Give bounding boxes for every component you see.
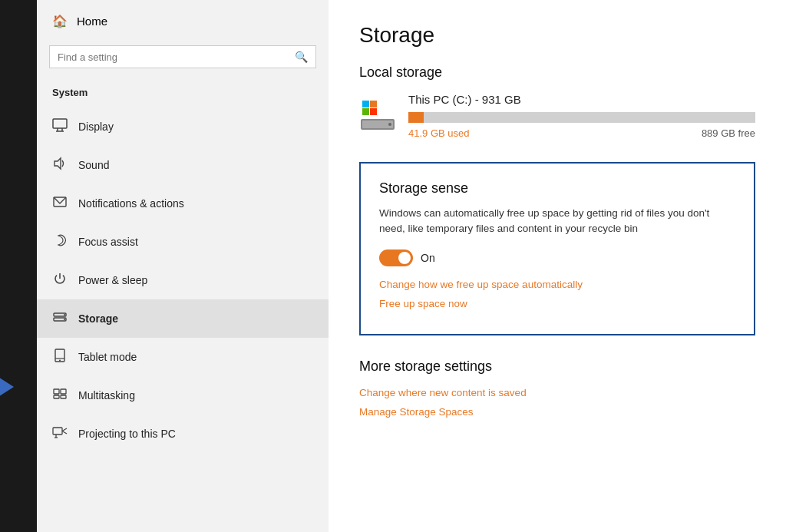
- main-content: Storage Local storage This PC (C:) - 931…: [329, 0, 786, 532]
- more-storage-title: More storage settings: [359, 359, 755, 375]
- search-icon: 🔍: [295, 51, 308, 63]
- sidebar-item-label-multitasking: Multitasking: [78, 389, 135, 401]
- search-input[interactable]: [58, 51, 295, 63]
- svg-marker-4: [54, 158, 61, 169]
- svg-rect-23: [370, 101, 377, 107]
- sidebar-item-power[interactable]: Power & sleep: [37, 261, 329, 299]
- sidebar-item-display[interactable]: Display: [37, 107, 329, 146]
- svg-rect-25: [370, 108, 377, 115]
- svg-point-8: [64, 314, 65, 316]
- toggle-label: On: [421, 252, 435, 264]
- power-icon: [52, 271, 68, 289]
- sidebar-item-label-notifications: Notifications & actions: [78, 197, 184, 210]
- sidebar-item-projecting[interactable]: Projecting to this PC: [37, 415, 329, 453]
- svg-point-12: [59, 360, 61, 362]
- drive-stats: 41.9 GB used 889 GB free: [408, 127, 755, 139]
- storage-icon: [52, 309, 68, 328]
- svg-rect-14: [61, 389, 66, 394]
- svg-rect-13: [54, 389, 59, 394]
- toggle-row: On: [379, 249, 735, 266]
- home-label: Home: [77, 15, 107, 28]
- drive-details: This PC (C:) - 931 GB 41.9 GB used 889 G…: [408, 93, 755, 139]
- svg-line-19: [62, 431, 67, 435]
- drive-icon: [359, 96, 396, 133]
- sidebar-item-notifications[interactable]: Notifications & actions: [37, 184, 329, 223]
- svg-rect-0: [53, 119, 67, 128]
- svg-point-28: [388, 123, 391, 126]
- sidebar-home-button[interactable]: 🏠 Home: [37, 0, 329, 42]
- storage-progress-fill: [408, 112, 424, 123]
- storage-progress-bar: [408, 112, 755, 123]
- left-nav-strip: [0, 0, 37, 532]
- svg-rect-16: [61, 395, 66, 398]
- svg-point-9: [64, 319, 65, 320]
- storage-sense-description: Windows can automatically free up space …: [379, 206, 735, 237]
- sound-icon: [52, 156, 68, 174]
- free-label: 889 GB free: [702, 127, 755, 139]
- sidebar-item-label-storage: Storage: [78, 312, 118, 325]
- sidebar-item-tablet[interactable]: Tablet mode: [37, 338, 329, 376]
- storage-arrow-indicator: [0, 376, 14, 398]
- more-storage-section: More storage settings Change where new c…: [359, 359, 755, 418]
- sidebar-section-title: System: [37, 81, 329, 107]
- svg-rect-15: [54, 395, 59, 398]
- multitasking-icon: [52, 386, 68, 405]
- sidebar-item-focus[interactable]: Focus assist: [37, 223, 329, 261]
- local-storage-title: Local storage: [359, 64, 755, 81]
- projecting-icon: [52, 425, 68, 443]
- sidebar-item-label-projecting: Projecting to this PC: [78, 428, 176, 440]
- toggle-knob: [398, 252, 411, 264]
- change-auto-link[interactable]: Change how we free up space automaticall…: [379, 279, 735, 290]
- svg-rect-24: [362, 108, 369, 115]
- sidebar: 🏠 Home 🔍 System Display Sound: [37, 0, 329, 532]
- display-icon: [52, 117, 68, 136]
- svg-rect-17: [53, 428, 62, 435]
- page-title: Storage: [359, 23, 755, 48]
- notifications-icon: [52, 194, 68, 213]
- storage-sense-toggle[interactable]: [379, 249, 413, 266]
- change-content-location-link[interactable]: Change where new content is saved: [359, 387, 755, 398]
- sidebar-item-sound[interactable]: Sound: [37, 146, 329, 184]
- used-label: 41.9 GB used: [408, 127, 470, 139]
- sidebar-item-storage[interactable]: Storage: [37, 299, 329, 338]
- manage-storage-spaces-link[interactable]: Manage Storage Spaces: [359, 406, 755, 418]
- free-up-space-link[interactable]: Free up space now: [379, 298, 735, 309]
- drive-block: This PC (C:) - 931 GB 41.9 GB used 889 G…: [359, 93, 755, 139]
- home-icon: 🏠: [52, 14, 68, 28]
- storage-sense-box: Storage sense Windows can automatically …: [359, 162, 755, 335]
- svg-line-18: [62, 428, 67, 431]
- storage-sense-title: Storage sense: [379, 180, 735, 197]
- sidebar-item-label-focus: Focus assist: [78, 236, 138, 248]
- svg-rect-22: [362, 101, 369, 107]
- sidebar-item-label-sound: Sound: [78, 159, 109, 171]
- sidebar-item-label-display: Display: [78, 121, 114, 133]
- search-box[interactable]: 🔍: [49, 45, 316, 68]
- sidebar-item-multitasking[interactable]: Multitasking: [37, 376, 329, 415]
- tablet-icon: [52, 348, 68, 366]
- sidebar-item-label-power: Power & sleep: [78, 274, 147, 286]
- drive-name: This PC (C:) - 931 GB: [408, 93, 755, 106]
- sidebar-item-label-tablet: Tablet mode: [78, 351, 137, 363]
- focus-icon: [52, 233, 68, 251]
